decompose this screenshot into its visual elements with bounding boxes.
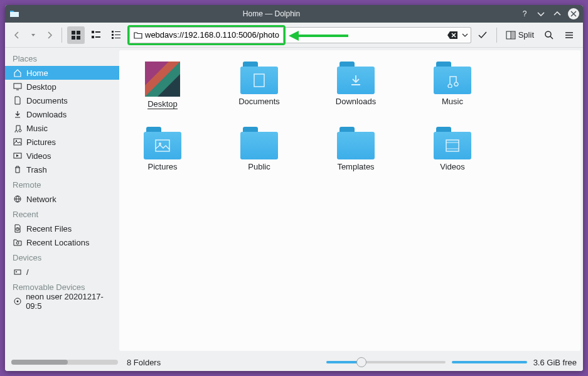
window-title: Home — Dolphin xyxy=(24,9,519,18)
sidebar-item-label: Recent Files xyxy=(26,224,72,234)
folder-templates[interactable]: Templates xyxy=(325,127,387,171)
address-text: webdavs://192.168.0.110:5006/photo xyxy=(145,30,279,40)
search-button[interactable] xyxy=(540,26,558,44)
folder-public[interactable]: Public xyxy=(228,127,290,171)
sidebar-item-neon-user-20201217-09-5[interactable]: neon user 20201217-09:5 xyxy=(5,294,119,308)
forward-button[interactable] xyxy=(43,26,56,44)
folder-icon xyxy=(240,127,278,159)
close-button[interactable] xyxy=(568,8,579,19)
svg-rect-12 xyxy=(115,31,120,32)
downloads-icon xyxy=(13,110,23,119)
sidebar-item-home[interactable]: Home xyxy=(5,66,119,80)
svg-rect-2 xyxy=(77,31,80,35)
svg-text:?: ? xyxy=(523,9,527,18)
svg-rect-42 xyxy=(446,140,459,151)
sidebar-scrollbar[interactable] xyxy=(11,360,118,365)
svg-point-18 xyxy=(545,31,551,37)
address-bar[interactable]: webdavs://192.168.0.110:5006/photo xyxy=(129,27,284,43)
recent-locations-icon xyxy=(13,238,23,247)
split-label: Split xyxy=(518,30,534,40)
trash-icon xyxy=(13,165,23,174)
free-space-bar xyxy=(452,361,527,363)
svg-rect-11 xyxy=(112,37,114,39)
free-space-text: 3.6 GiB free xyxy=(533,358,577,367)
svg-rect-5 xyxy=(92,31,94,33)
statusbar: 8 Folders 3.6 GiB free xyxy=(5,353,583,371)
sidebar-item-label: neon user 20201217-09:5 xyxy=(26,292,114,311)
folder-label: Music xyxy=(442,97,463,106)
folder-label: Pictures xyxy=(148,162,178,171)
menu-button[interactable] xyxy=(560,26,578,44)
separator xyxy=(496,28,497,43)
recent-files-icon xyxy=(13,224,23,233)
folder-label: Templates xyxy=(337,162,374,171)
content-area[interactable]: DesktopDocumentsDownloadsMusicPicturesPu… xyxy=(119,50,580,351)
svg-rect-8 xyxy=(95,36,100,38)
sidebar-item-downloads[interactable]: Downloads xyxy=(5,107,119,121)
minimize-button[interactable] xyxy=(535,8,547,19)
folder-icon xyxy=(337,62,375,94)
icons-view-button[interactable] xyxy=(67,26,85,44)
compact-view-button[interactable] xyxy=(87,26,105,44)
music-icon xyxy=(13,124,23,132)
back-dropdown[interactable] xyxy=(26,26,40,44)
sidebar-item-label: Home xyxy=(26,68,48,78)
titlebar[interactable]: Home — Dolphin ? xyxy=(5,5,583,23)
folder-label: Desktop xyxy=(147,99,178,109)
address-extra[interactable] xyxy=(286,27,471,43)
sidebar-item-label: Music xyxy=(26,124,48,133)
sidebar-item-music[interactable]: Music xyxy=(5,121,119,135)
maximize-button[interactable] xyxy=(552,8,563,19)
svg-rect-7 xyxy=(92,36,94,38)
svg-rect-17 xyxy=(511,32,515,38)
folder-documents[interactable]: Documents xyxy=(228,62,290,109)
folder-icon xyxy=(240,62,278,94)
folder-pictures[interactable]: Pictures xyxy=(132,127,193,171)
sidebar-item-videos[interactable]: Videos xyxy=(5,149,119,163)
sidebar-item-label: Network xyxy=(26,195,56,204)
sidebar-item-network[interactable]: Network xyxy=(5,192,119,206)
folder-icon xyxy=(337,127,375,159)
folder-icon xyxy=(144,127,181,159)
sidebar-item-recent-locations[interactable]: Recent Locations xyxy=(5,235,119,249)
details-view-button[interactable] xyxy=(107,26,125,44)
folder-label: Videos xyxy=(440,162,465,171)
svg-rect-23 xyxy=(14,83,21,89)
split-button[interactable]: Split xyxy=(502,26,538,44)
clear-icon[interactable] xyxy=(447,31,458,40)
svg-point-30 xyxy=(16,242,19,244)
svg-point-32 xyxy=(16,271,17,272)
sidebar-item-desktop[interactable]: Desktop xyxy=(5,80,119,94)
back-button[interactable] xyxy=(10,26,24,44)
zoom-slider[interactable] xyxy=(326,361,446,363)
desktop-icon xyxy=(13,82,23,91)
sidebar-item--[interactable]: / xyxy=(5,265,119,279)
separator xyxy=(61,28,62,43)
folder-downloads[interactable]: Downloads xyxy=(325,62,387,109)
chevron-down-icon[interactable] xyxy=(462,32,468,38)
folder-desktop[interactable]: Desktop xyxy=(132,62,193,109)
confirm-button[interactable] xyxy=(474,26,491,44)
svg-line-19 xyxy=(550,36,553,39)
documents-icon xyxy=(13,96,23,105)
help-button[interactable]: ? xyxy=(519,8,530,19)
sidebar-header: Places xyxy=(5,50,119,66)
sidebar-header: Remote xyxy=(5,176,119,192)
svg-rect-4 xyxy=(77,36,80,40)
svg-rect-31 xyxy=(14,270,21,274)
status-summary: 8 Folders xyxy=(127,358,161,367)
removable-icon xyxy=(13,297,22,306)
sidebar-item-label: Videos xyxy=(26,151,51,161)
pictures-icon xyxy=(13,137,23,146)
folder-music[interactable]: Music xyxy=(422,62,483,109)
videos-icon xyxy=(13,151,23,160)
sidebar-item-documents[interactable]: Documents xyxy=(5,94,119,107)
sidebar-item-recent-files[interactable]: Recent Files xyxy=(5,222,119,235)
toolbar: webdavs://192.168.0.110:5006/photo Split xyxy=(5,23,583,48)
sidebar-item-pictures[interactable]: Pictures xyxy=(5,135,119,149)
folder-videos[interactable]: Videos xyxy=(422,127,483,171)
sidebar-item-label: Pictures xyxy=(26,137,56,147)
svg-rect-13 xyxy=(115,35,120,35)
sidebar-header: Devices xyxy=(5,249,119,265)
sidebar-item-trash[interactable]: Trash xyxy=(5,163,119,176)
